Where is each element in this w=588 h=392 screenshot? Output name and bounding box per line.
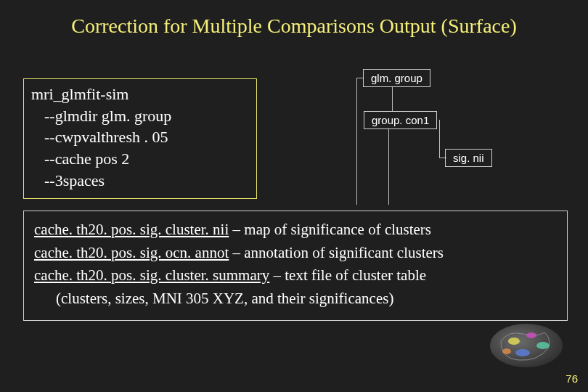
svg-point-3 [536, 342, 550, 349]
output-file: cache. th20. pos. sig. ocn. annot [34, 244, 229, 261]
output-file: cache. th20. pos. sig. cluster. summary [34, 266, 269, 284]
command-name: mri_glmfit-sim [31, 85, 128, 103]
output-desc: – map of significance of clusters [229, 221, 431, 238]
output-line: cache. th20. pos. sig. ocn. annot – anno… [34, 242, 557, 265]
diagram-node-sig-nii: sig. nii [445, 149, 492, 167]
output-line: cache. th20. pos. sig. cluster. nii – ma… [34, 219, 557, 242]
command-arg: --glmdir glm. group [31, 105, 249, 127]
svg-point-1 [508, 338, 520, 345]
command-arg: --3spaces [31, 170, 249, 192]
outputs-box: cache. th20. pos. sig. cluster. nii – ma… [23, 211, 568, 321]
command-arg: --cwpvalthresh . 05 [31, 126, 249, 148]
diagram-node-group-con1: group. con1 [364, 111, 437, 129]
svg-point-5 [502, 348, 511, 354]
command-box: mri_glmfit-sim --glmdir glm. group --cwp… [23, 78, 257, 199]
output-subline: (clusters, sizes, MNI 305 XYZ, and their… [34, 287, 557, 311]
output-file: cache. th20. pos. sig. cluster. nii [34, 221, 229, 238]
svg-point-2 [526, 332, 536, 338]
page-number: 76 [565, 372, 578, 385]
brain-thumbnail-icon [486, 319, 566, 370]
output-desc: – annotation of significant clusters [229, 244, 444, 261]
directory-diagram: glm. group group. con1 sig. nii [287, 69, 548, 196]
diagram-node-glm-group: glm. group [363, 69, 430, 87]
output-line: cache. th20. pos. sig. cluster. summary … [34, 264, 557, 287]
svg-point-4 [515, 349, 530, 356]
command-arg: --cache pos 2 [31, 148, 249, 170]
output-desc: – text file of cluster table [269, 266, 426, 284]
slide-title: Correction for Multiple Comparisons Outp… [0, 15, 588, 38]
